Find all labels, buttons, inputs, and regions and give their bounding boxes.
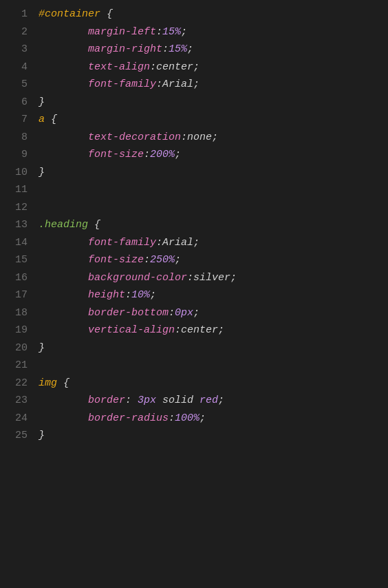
code-line: #container {: [39, 6, 388, 23]
line-number: 19: [6, 322, 28, 339]
token-colon: :: [125, 289, 131, 301]
code-line: border-radius:100%;: [39, 410, 388, 428]
token-value-red: red: [200, 395, 218, 406]
token-semicolon: ;: [218, 324, 224, 336]
token-value-keyword: silver: [193, 272, 230, 284]
token-semicolon: ;: [175, 149, 181, 160]
line-number: 20: [6, 339, 28, 357]
code-line: font-family:Arial;: [39, 76, 388, 94]
line-number: 3: [6, 41, 28, 59]
token-semicolon: ;: [193, 307, 200, 319]
token-semicolon: ;: [150, 289, 156, 301]
token-colon: :: [144, 254, 150, 266]
line-number: 7: [6, 111, 28, 129]
token-value-percent: 10%: [131, 289, 150, 301]
token-value-keyword: none: [187, 132, 212, 143]
token-value-keyword: Arial: [162, 237, 193, 249]
code-line: margin-left:15%;: [39, 23, 388, 41]
token-value-px: 3px: [138, 395, 156, 406]
token-semicolon: ;: [200, 412, 206, 424]
code-line: margin-right:15%;: [39, 41, 388, 59]
token-value-keyword: center: [181, 324, 218, 336]
token-brace: }: [39, 430, 45, 441]
code-line: [39, 199, 388, 217]
token-selector: #container: [39, 8, 107, 20]
token-colon: :: [150, 61, 156, 73]
token-property: border-radius: [39, 412, 169, 424]
line-number: 5: [6, 76, 28, 94]
token-colon: :: [169, 307, 175, 319]
token-semicolon: ;: [230, 272, 237, 284]
token-property: margin-left: [39, 26, 156, 38]
code-line: }: [39, 94, 388, 112]
token-colon: :: [156, 237, 162, 249]
line-number: 12: [6, 199, 28, 217]
token-value-solid: solid: [156, 395, 200, 406]
code-line: border-bottom:0px;: [39, 304, 388, 322]
code-line: border: 3px solid red;: [39, 392, 388, 410]
code-line: text-decoration:none;: [39, 129, 388, 147]
token-value-px: 0px: [175, 307, 193, 319]
token-property: font-size: [39, 254, 144, 266]
line-number: 14: [6, 234, 28, 252]
token-value-percent: 15%: [162, 26, 181, 38]
line-number: 13: [6, 216, 28, 234]
line-number: 10: [6, 164, 28, 182]
code-line: vertical-align:center;: [39, 322, 388, 339]
line-number: 17: [6, 286, 28, 304]
code-line: text-align:center;: [39, 59, 388, 76]
line-number: 9: [6, 146, 28, 164]
token-semicolon: ;: [193, 237, 200, 249]
token-brace: }: [39, 342, 45, 354]
token-colon: :: [144, 149, 150, 160]
token-value-keyword: center: [156, 61, 193, 73]
code-line: height:10%;: [39, 286, 388, 304]
code-editor: 1234567891011121314151617181920212223242…: [0, 0, 388, 588]
token-semicolon: ;: [175, 254, 181, 266]
token-property: text-decoration: [39, 132, 181, 143]
token-selector-class: .heading: [39, 219, 94, 231]
line-number: 15: [6, 251, 28, 269]
token-colon: :: [181, 132, 187, 143]
token-colon: :: [175, 324, 181, 336]
token-semicolon: ;: [181, 26, 187, 38]
token-semicolon: ;: [193, 78, 200, 90]
token-property: font-family: [39, 78, 156, 90]
token-property: text-align: [39, 61, 150, 73]
code-line: font-size:200%;: [39, 146, 388, 164]
token-brace: }: [39, 167, 45, 178]
token-value-percent: 250%: [150, 254, 175, 266]
token-semicolon: ;: [187, 43, 193, 55]
token-property: height: [39, 289, 125, 301]
token-colon: :: [156, 78, 162, 90]
token-brace: {: [51, 114, 57, 125]
token-property: font-family: [39, 237, 156, 249]
code-line: font-size:250%;: [39, 251, 388, 269]
line-number: 21: [6, 357, 28, 375]
line-number: 16: [6, 269, 28, 287]
code-line: [39, 357, 388, 375]
token-selector-tag: a: [39, 114, 51, 125]
token-brace: {: [107, 8, 113, 20]
token-value-percent: 100%: [175, 412, 200, 424]
token-value-percent: 200%: [150, 149, 175, 160]
code-line: img {: [39, 375, 388, 392]
line-number: 6: [6, 94, 28, 112]
line-number: 2: [6, 23, 28, 41]
code-line: }: [39, 427, 388, 445]
token-brace: }: [39, 96, 45, 108]
line-number: 22: [6, 375, 28, 392]
token-colon: :: [169, 412, 175, 424]
line-number: 4: [6, 59, 28, 76]
token-colon: :: [187, 272, 193, 284]
code-line: .heading {: [39, 216, 388, 234]
code-line: }: [39, 164, 388, 182]
token-brace: {: [94, 219, 100, 231]
code-line: font-family:Arial;: [39, 234, 388, 252]
line-number: 11: [6, 181, 28, 199]
token-property: border: [39, 395, 125, 406]
code-line: }: [39, 339, 388, 357]
code-line: a {: [39, 111, 388, 129]
line-number: 24: [6, 410, 28, 428]
token-value-keyword: Arial: [162, 78, 193, 90]
